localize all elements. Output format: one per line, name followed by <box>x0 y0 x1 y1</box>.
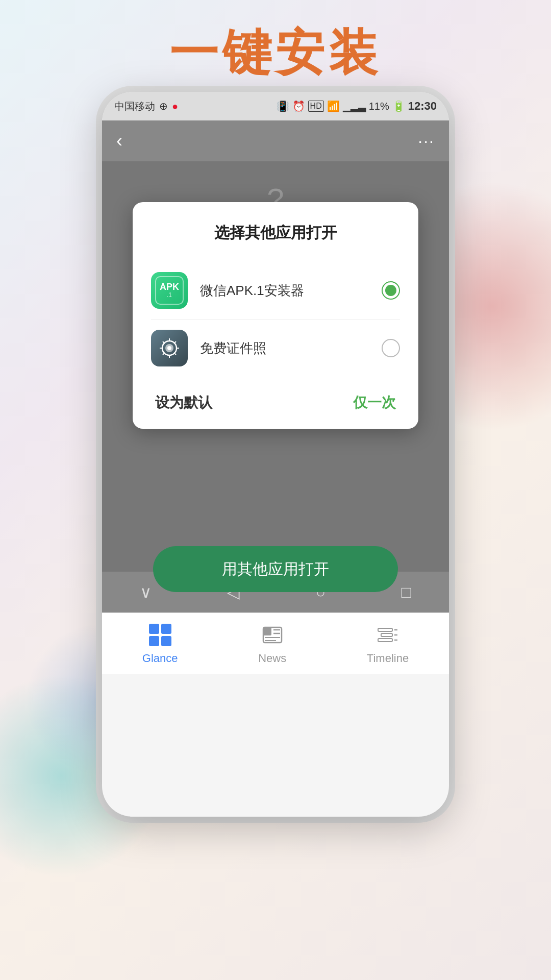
camera-app-icon <box>151 330 188 366</box>
apk-app-name: 微信APK.1安装器 <box>200 282 369 300</box>
svg-line-9 <box>163 353 165 355</box>
back-button[interactable]: ‹ <box>116 130 122 152</box>
app-chooser-dialog: 选择其他应用打开 APK .1 微信APK.1安装器 <box>133 202 418 429</box>
grid-cell-2 <box>161 624 171 634</box>
open-other-apps-button[interactable]: 用其他应用打开 <box>153 546 398 592</box>
carrier-label: 中国移动 <box>114 100 155 113</box>
dialog-actions: 设为默认 仅一次 <box>151 377 400 429</box>
apk-icon-sub: .1 <box>167 291 172 299</box>
glance-tab-label: Glance <box>142 652 178 665</box>
news-icon <box>260 622 285 648</box>
timeline-icon-svg <box>376 623 399 647</box>
bottom-tab-bar: Glance News <box>102 612 449 674</box>
dialog-item-apk[interactable]: APK .1 微信APK.1安装器 <box>151 262 400 320</box>
time-label: 12:30 <box>408 100 437 113</box>
svg-point-2 <box>167 346 171 350</box>
phone-content: ‹ ··· ? 选择其他应用打开 APK .1 微信APK.1安装器 <box>102 120 449 674</box>
more-options-button[interactable]: ··· <box>418 132 435 151</box>
dialog-item-camera[interactable]: 免费证件照 <box>151 320 400 377</box>
timeline-tab-label: Timeline <box>367 652 409 665</box>
svg-rect-12 <box>263 627 271 635</box>
signal-bars: ▁▂▃ <box>343 100 366 112</box>
status-left: 中国移动 ⊕ ● <box>114 100 178 113</box>
apk-app-icon: APK .1 <box>151 272 188 309</box>
battery-icon: 🔋 <box>392 100 405 112</box>
nav-chevron-down[interactable]: ∨ <box>140 582 152 602</box>
svg-line-7 <box>174 341 176 344</box>
svg-rect-21 <box>378 639 392 642</box>
svg-line-8 <box>174 353 176 355</box>
svg-line-10 <box>163 341 165 344</box>
signal-icon: ⊕ <box>159 100 168 112</box>
nav-recent[interactable]: □ <box>401 583 411 602</box>
grid-cell-3 <box>149 636 159 646</box>
radio-inner <box>385 285 396 296</box>
glance-icon <box>147 622 173 648</box>
battery-label: 11% <box>369 101 389 112</box>
set-default-button[interactable]: 设为默认 <box>155 393 212 412</box>
timeline-icon <box>375 622 400 648</box>
camera-shutter-icon <box>159 337 180 359</box>
grid-cell-4 <box>161 636 171 646</box>
grid-cell-1 <box>149 624 159 634</box>
wifi-icon: 📶 <box>327 100 340 112</box>
clock-icon: ⏰ <box>292 100 305 112</box>
phone-topbar: ‹ ··· <box>102 120 449 161</box>
camera-app-name: 免费证件照 <box>200 339 369 357</box>
status-right: 📳 ⏰ HD 📶 ▁▂▃ 11% 🔋 12:30 <box>277 100 437 113</box>
phone-frame: 中国移动 ⊕ ● 📳 ⏰ HD 📶 ▁▂▃ 11% 🔋 12:30 ‹ ··· … <box>102 92 449 817</box>
tab-timeline[interactable]: Timeline <box>367 622 409 665</box>
weibo-icon: ● <box>172 101 178 112</box>
svg-rect-17 <box>378 628 392 631</box>
news-icon-svg <box>261 623 284 647</box>
apk-icon-text: APK <box>160 282 179 291</box>
radio-apk-selected[interactable] <box>382 281 400 300</box>
vibrate-icon: 📳 <box>277 100 289 112</box>
news-tab-label: News <box>258 652 286 665</box>
tab-news[interactable]: News <box>258 622 286 665</box>
status-bar: 中国移动 ⊕ ● 📳 ⏰ HD 📶 ▁▂▃ 11% 🔋 12:30 <box>102 92 449 120</box>
top-heading: 一键安装 <box>0 20 551 87</box>
radio-camera-unselected[interactable] <box>382 339 400 357</box>
svg-rect-19 <box>381 633 392 636</box>
hd-icon: HD <box>308 101 324 112</box>
once-button[interactable]: 仅一次 <box>353 393 396 412</box>
grid-icon <box>149 624 171 646</box>
tab-glance[interactable]: Glance <box>142 622 178 665</box>
dialog-title: 选择其他应用打开 <box>151 223 400 243</box>
